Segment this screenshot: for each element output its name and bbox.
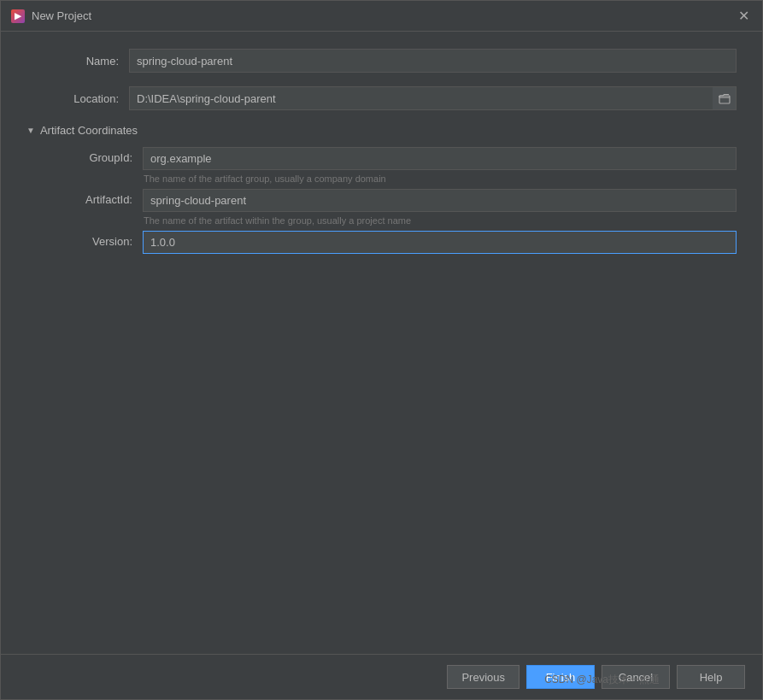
dialog-title: New Project — [32, 9, 91, 22]
version-label: Version: — [40, 231, 143, 248]
new-project-dialog: ▶ New Project ✕ Name: Location: — [0, 0, 763, 700]
dialog-content: Name: Location: ▼ Artifact Coo — [1, 32, 762, 654]
close-button[interactable]: ✕ — [735, 8, 752, 25]
groupid-label: GroupId: — [40, 147, 143, 164]
finish-button[interactable]: Finish — [526, 665, 595, 689]
version-input[interactable] — [143, 231, 737, 254]
name-row: Name: — [26, 49, 737, 73]
name-label: Name: — [26, 55, 129, 68]
title-bar: ▶ New Project ✕ — [1, 1, 762, 32]
dialog-footer: Previous Finish Cancel Help — [1, 654, 762, 699]
groupid-row: GroupId: The name of the artifact group,… — [40, 147, 737, 184]
version-field-wrap — [143, 231, 737, 254]
artifact-section: ▼ Artifact Coordinates GroupId: The name… — [26, 124, 737, 254]
location-label: Location: — [26, 92, 129, 105]
svg-rect-0 — [719, 96, 730, 103]
artifact-fields: GroupId: The name of the artifact group,… — [26, 147, 737, 254]
location-browse-button[interactable] — [713, 86, 737, 110]
title-bar-left: ▶ New Project — [11, 9, 91, 23]
artifactid-row: ArtifactId: The name of the artifact wit… — [40, 189, 737, 226]
version-row: Version: — [40, 231, 737, 254]
groupid-hint: The name of the artifact group, usually … — [143, 174, 737, 184]
help-button[interactable]: Help — [677, 665, 745, 689]
artifactid-label: ArtifactId: — [40, 189, 143, 206]
location-input[interactable] — [129, 86, 737, 110]
artifactid-field-wrap: The name of the artifact within the grou… — [143, 189, 737, 226]
name-input[interactable] — [129, 49, 737, 73]
previous-button[interactable]: Previous — [447, 665, 519, 689]
location-row: Location: — [26, 86, 737, 110]
artifactid-input[interactable] — [143, 189, 737, 212]
app-icon: ▶ — [11, 9, 25, 23]
groupid-input[interactable] — [143, 147, 737, 170]
artifact-header[interactable]: ▼ Artifact Coordinates — [26, 124, 737, 137]
location-input-wrap — [129, 86, 737, 110]
artifact-arrow-icon: ▼ — [26, 126, 35, 135]
artifactid-hint: The name of the artifact within the grou… — [143, 215, 737, 226]
artifact-section-title: Artifact Coordinates — [40, 124, 138, 137]
cancel-button[interactable]: Cancel — [602, 665, 670, 689]
groupid-field-wrap: The name of the artifact group, usually … — [143, 147, 737, 184]
